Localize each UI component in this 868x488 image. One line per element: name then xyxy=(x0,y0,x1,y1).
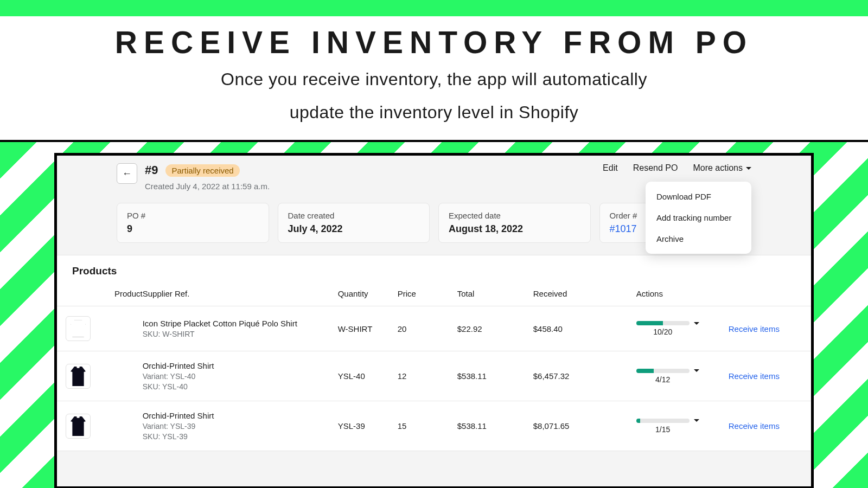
card-label: PO # xyxy=(127,211,259,220)
cell-price: $538.11 xyxy=(457,351,533,401)
add-tracking-item[interactable]: Add tracking number xyxy=(646,207,751,228)
hero-subtitle-2: update the inventory level in Shopify xyxy=(0,99,868,126)
card-label: Expected date xyxy=(449,211,580,220)
col-total: Total xyxy=(457,282,533,306)
cell-qty: 12 xyxy=(398,351,457,401)
summary-card: Expected dateAugust 18, 2022 xyxy=(438,203,591,243)
caret-down-icon[interactable] xyxy=(694,419,699,422)
summary-card: Date createdJuly 4, 2022 xyxy=(278,203,430,243)
shirt-icon xyxy=(71,367,86,386)
product-name: Icon Stripe Placket Cotton Piqué Polo Sh… xyxy=(143,319,338,328)
more-actions-button[interactable]: More actions xyxy=(693,163,751,173)
receive-items-link[interactable]: Receive items xyxy=(729,324,780,333)
product-thumb xyxy=(66,316,91,341)
receive-items-link[interactable]: Receive items xyxy=(729,421,780,431)
received-count: 4/12 xyxy=(636,375,690,384)
products-card: Products Product Supplier Ref. Quantity … xyxy=(57,255,811,451)
col-ref: Supplier Ref. xyxy=(143,282,338,306)
caret-down-icon xyxy=(746,167,751,170)
cell-qty: 20 xyxy=(398,306,457,351)
received-count: 10/20 xyxy=(636,328,690,336)
cell-qty: 15 xyxy=(398,401,457,451)
shirt-icon xyxy=(71,416,86,436)
summary-card: PO #9 xyxy=(117,203,269,243)
created-timestamp: Created July 4, 2022 at 11:59 a.m. xyxy=(145,182,595,191)
product-sku: SKU: YSL-40 xyxy=(143,382,338,391)
caret-down-icon[interactable] xyxy=(694,369,699,372)
product-thumb xyxy=(66,414,91,439)
table-row: Orchid-Printed ShirtVariant: YSL-39SKU: … xyxy=(57,401,811,451)
download-pdf-item[interactable]: Download PDF xyxy=(646,186,751,207)
product-sku: SKU: YSL-39 xyxy=(143,432,338,441)
cell-price: $538.11 xyxy=(457,401,533,451)
hero: RECEIVE INVENTORY FROM PO Once you recei… xyxy=(0,16,868,140)
cell-total: $458.40 xyxy=(533,306,636,351)
status-badge: Partially received xyxy=(165,164,239,177)
resend-po-button[interactable]: Resend PO xyxy=(633,163,678,173)
col-received: Received xyxy=(533,282,636,306)
background: ← #9 Partially received Created July 4, … xyxy=(0,142,868,488)
decorative-stripe xyxy=(0,0,868,16)
cell-total: $8,071.65 xyxy=(533,401,636,451)
cell-ref: W-SHIRT xyxy=(338,306,398,351)
card-value: August 18, 2022 xyxy=(449,223,580,235)
more-actions-label: More actions xyxy=(693,163,743,173)
card-value: 9 xyxy=(127,223,259,235)
progress-bar xyxy=(636,321,690,325)
hero-subtitle-1: Once you receive inventory, the app will… xyxy=(0,66,868,93)
table-row: Orchid-Printed ShirtVariant: YSL-40SKU: … xyxy=(57,351,811,401)
col-qty: Quantity xyxy=(338,282,398,306)
product-variant: Variant: YSL-40 xyxy=(143,372,338,381)
col-price: Price xyxy=(398,282,457,306)
cell-ref: YSL-39 xyxy=(338,401,398,451)
product-thumb xyxy=(66,364,91,389)
more-actions-menu: Download PDF Add tracking number Archive xyxy=(646,182,751,254)
col-actions: Actions xyxy=(636,282,729,306)
cell-total: $6,457.32 xyxy=(533,351,636,401)
po-title: #9 xyxy=(145,163,158,177)
arrow-left-icon: ← xyxy=(122,168,132,179)
received-count: 1/15 xyxy=(636,425,690,434)
products-title: Products xyxy=(72,265,796,277)
hero-title: RECEIVE INVENTORY FROM PO xyxy=(0,24,868,60)
progress-bar xyxy=(636,419,690,423)
card-value: July 4, 2022 xyxy=(288,223,420,235)
product-name: Orchid-Printed Shirt xyxy=(143,361,338,370)
card-label: Date created xyxy=(288,211,420,220)
product-name: Orchid-Printed Shirt xyxy=(143,411,338,420)
progress-bar xyxy=(636,369,690,373)
back-button[interactable]: ← xyxy=(117,163,137,184)
receive-items-link[interactable]: Receive items xyxy=(729,371,780,381)
archive-item[interactable]: Archive xyxy=(646,228,751,249)
products-table: Product Supplier Ref. Quantity Price Tot… xyxy=(57,282,811,451)
col-product: Product xyxy=(57,282,143,306)
shirt-icon xyxy=(71,320,86,337)
product-sku: SKU: W-SHIRT xyxy=(143,330,338,338)
edit-button[interactable]: Edit xyxy=(603,163,618,173)
cell-ref: YSL-40 xyxy=(338,351,398,401)
table-row: Icon Stripe Placket Cotton Piqué Polo Sh… xyxy=(57,306,811,351)
cell-price: $22.92 xyxy=(457,306,533,351)
caret-down-icon[interactable] xyxy=(694,322,699,325)
app-window: ← #9 Partially received Created July 4, … xyxy=(54,153,814,488)
product-variant: Variant: YSL-39 xyxy=(143,422,338,431)
